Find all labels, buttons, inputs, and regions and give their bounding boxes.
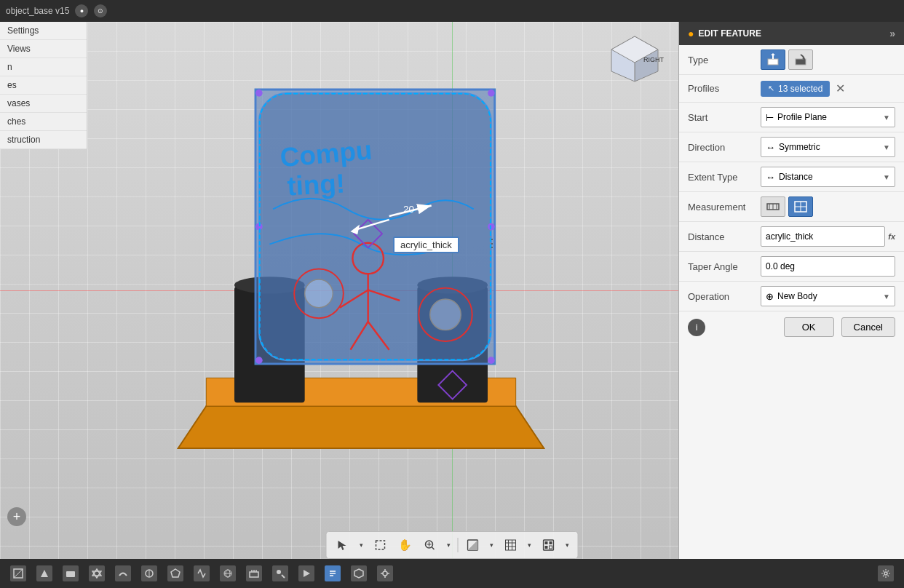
toolbar-more-btn[interactable] <box>537 535 560 555</box>
operation-dropdown[interactable]: ⊕ New Body ▼ <box>761 286 895 306</box>
extent-type-row: Extent Type ↔ Distance ▼ <box>679 162 904 192</box>
toolbar-more-dropdown[interactable]: ▾ <box>562 535 574 555</box>
start-row: Start ⊢ Profile Plane ▼ <box>679 103 904 132</box>
status-tool-sheet-metal[interactable] <box>112 563 134 584</box>
operation-arrow: ▼ <box>883 293 890 301</box>
status-tool-animation[interactable] <box>296 563 317 584</box>
svg-line-69 <box>14 569 23 578</box>
status-tool-plastic[interactable] <box>138 563 160 584</box>
toolbar-zoom-btn[interactable] <box>419 535 442 555</box>
sidebar-item-n[interactable]: n <box>0 58 87 76</box>
sidebar-item-views[interactable]: Views <box>0 40 87 58</box>
svg-point-84 <box>277 570 281 574</box>
toolbar-grid-dropdown[interactable]: ▾ <box>524 535 536 555</box>
toolbar-select-btn[interactable] <box>331 535 354 555</box>
toolbar-sep-1 <box>458 538 459 552</box>
svg-point-93 <box>884 572 887 575</box>
status-tool-solid[interactable] <box>33 563 55 584</box>
sidebar-item-settings[interactable]: Settings <box>0 22 87 40</box>
svg-marker-40 <box>771 53 775 55</box>
profiles-selected-badge[interactable]: ↖ 13 selected <box>761 81 830 97</box>
toolbar-select-dropdown[interactable]: ▾ <box>356 535 368 555</box>
extent-type-controls: ↔ Distance ▼ <box>761 167 895 187</box>
svg-rect-62 <box>506 540 516 550</box>
panel-expand-icon[interactable]: » <box>889 28 895 39</box>
toolbar-display-mode-btn[interactable] <box>461 535 485 555</box>
toolbar-grid-btn[interactable] <box>499 535 523 555</box>
start-dropdown-arrow: ▼ <box>883 114 890 122</box>
status-tool-mesh[interactable] <box>86 563 108 584</box>
extent-type-dropdown[interactable]: ↔ Distance ▼ <box>761 167 895 187</box>
svg-point-92 <box>383 571 387 576</box>
model-label[interactable]: acrylic_thick <box>393 237 459 253</box>
svg-marker-76 <box>171 569 180 577</box>
start-controls: ⊢ Profile Plane ▼ <box>761 107 895 127</box>
measurement-label: Measurement <box>688 202 761 212</box>
status-tool-utilities[interactable] <box>374 563 396 584</box>
status-tool-simulation[interactable] <box>217 563 239 584</box>
profiles-label: Profiles <box>688 83 761 94</box>
info-button[interactable]: i <box>688 319 705 336</box>
svg-text:20: 20 <box>403 204 414 215</box>
type-btn-extrude[interactable] <box>761 49 785 70</box>
measurement-btn-1[interactable] <box>761 196 785 217</box>
svg-line-85 <box>282 575 285 578</box>
taper-angle-input[interactable] <box>761 256 895 277</box>
start-dropdown[interactable]: ⊢ Profile Plane ▼ <box>761 107 895 127</box>
svg-point-23 <box>430 299 461 330</box>
sidebar-item-es[interactable]: es <box>0 76 87 95</box>
svg-marker-86 <box>304 570 310 577</box>
fx-button[interactable]: fx <box>888 232 895 241</box>
toolbar-pan-btn[interactable]: ✋ <box>394 535 417 555</box>
profiles-clear-button[interactable]: ✕ <box>833 80 848 97</box>
sidebar-item-struction[interactable]: struction <box>0 131 87 149</box>
target-icon[interactable]: ⊙ <box>94 4 107 17</box>
status-settings-btn[interactable] <box>875 563 897 584</box>
type-btn-revolve[interactable] <box>788 49 813 70</box>
extent-type-label: Extent Type <box>688 172 761 183</box>
distance-input[interactable] <box>761 226 885 247</box>
start-label: Start <box>688 112 761 123</box>
status-tool-electronics[interactable] <box>191 563 213 584</box>
taper-angle-label: Taper Angle <box>688 261 761 272</box>
direction-dropdown[interactable]: ↔ Symmetric ▼ <box>761 137 895 157</box>
svg-point-31 <box>488 90 495 97</box>
svg-rect-67 <box>550 546 552 549</box>
measurement-btn-2[interactable] <box>788 196 813 217</box>
direction-row: Direction ↔ Symmetric ▼ <box>679 132 904 162</box>
profiles-count: 13 selected <box>778 84 822 94</box>
svg-rect-80 <box>250 572 258 577</box>
svg-point-30 <box>255 90 263 97</box>
svg-rect-65 <box>550 541 552 544</box>
status-tool-freeform[interactable] <box>164 563 186 584</box>
cancel-button[interactable]: Cancel <box>841 317 895 337</box>
profiles-controls: ↖ 13 selected ✕ <box>761 80 895 97</box>
sidebar-item-vases[interactable]: vases <box>0 95 87 113</box>
add-button[interactable]: + <box>7 507 26 526</box>
start-dropdown-value: Profile Plane <box>777 112 827 122</box>
status-tool-render[interactable] <box>269 563 291 584</box>
toolbar-zoom-dropdown[interactable]: ▾ <box>443 535 455 555</box>
svg-rect-51 <box>376 541 385 549</box>
status-tool-surface[interactable] <box>60 563 82 584</box>
status-tool-drawing[interactable] <box>322 563 344 584</box>
svg-point-32 <box>255 357 263 364</box>
taper-angle-controls <box>761 256 895 277</box>
operation-icon: ⊕ <box>766 291 774 302</box>
ok-button[interactable]: OK <box>784 317 834 337</box>
status-tool-model[interactable] <box>348 563 370 584</box>
toolbar-box-select-btn[interactable] <box>369 535 392 555</box>
label-context-menu[interactable]: ⋮ <box>486 237 498 250</box>
operation-label: Operation <box>688 291 761 302</box>
status-tool-manufacture[interactable] <box>243 563 265 584</box>
svg-marker-4 <box>178 406 544 448</box>
bottom-toolbar: ▾ ✋ ▾ ▾ ▾ ▾ <box>326 531 579 559</box>
svg-point-21 <box>305 279 333 308</box>
svg-rect-71 <box>66 571 75 577</box>
start-dropdown-icon: ⊢ <box>766 112 774 123</box>
sidebar-item-ches[interactable]: ches <box>0 113 87 131</box>
record-icon[interactable]: ● <box>75 4 88 17</box>
toolbar-display-dropdown[interactable]: ▾ <box>486 535 498 555</box>
panel-title: EDIT FEATURE <box>698 28 761 39</box>
status-tool-sketch[interactable] <box>7 563 29 584</box>
